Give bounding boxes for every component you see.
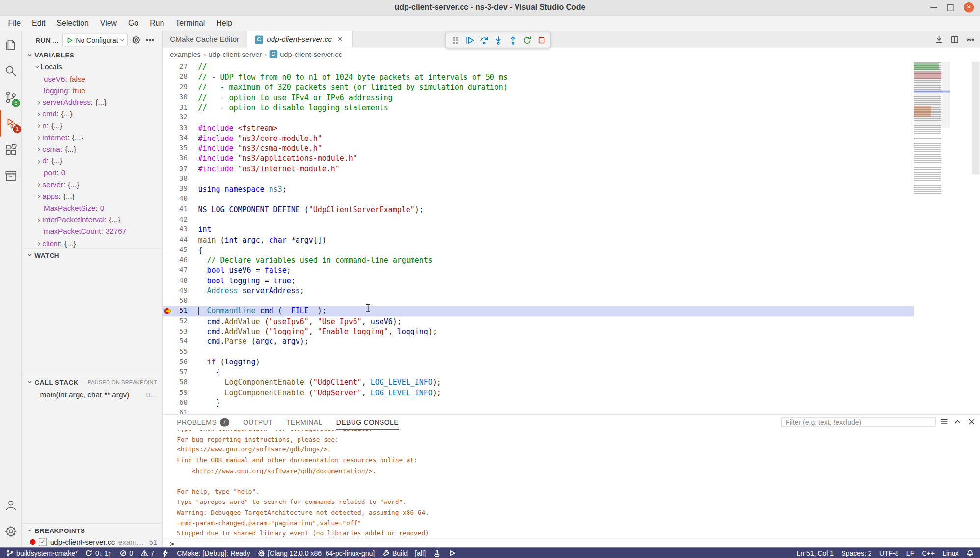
activity-account[interactable]	[0, 492, 22, 518]
line-number[interactable]: 31	[163, 103, 195, 113]
status-linux[interactable]: Linux	[939, 547, 963, 558]
code-line-28[interactable]: 28// - UDP flow from n0 to n1 of 1024 by…	[163, 72, 914, 83]
minimap[interactable]	[914, 62, 950, 195]
code-line-31[interactable]: 31// - option to disable logging stateme…	[163, 103, 914, 113]
line-number[interactable]: 45	[163, 245, 195, 255]
menu-edit[interactable]: Edit	[27, 16, 51, 31]
line-number[interactable]: 42	[163, 215, 195, 225]
variable-maxpacketcount[interactable]: maxPacketCount:32767	[22, 226, 162, 238]
line-number[interactable]: 43	[163, 225, 195, 235]
status-7[interactable]: 7	[137, 547, 158, 558]
code-line-60[interactable]: 60 }	[163, 398, 914, 408]
breadcrumb-item-file[interactable]: udp-client-server.cc	[280, 51, 342, 58]
stop-icon[interactable]	[535, 34, 547, 46]
line-number[interactable]: 49	[163, 286, 195, 296]
variable-serveraddress[interactable]: serverAddress:{...}	[22, 97, 162, 109]
line-number[interactable]: 27	[163, 62, 195, 72]
code-line-38[interactable]: 38	[163, 174, 914, 184]
tab-cmake-cache-editor[interactable]: CMake Cache Editor	[163, 31, 247, 48]
tab-udp-client-server[interactable]: C udp-client-server.cc	[247, 31, 353, 48]
save-all-icon[interactable]	[934, 35, 944, 44]
line-number[interactable]: 38	[163, 174, 195, 184]
code-line-32[interactable]: 32	[163, 113, 914, 123]
status-cmake-debug-ready[interactable]: CMake: [Debug]: Ready	[173, 547, 254, 558]
variable-interpacketinterval[interactable]: interPacketInterval:{...}	[22, 214, 162, 226]
stack-frame-main[interactable]: main(int argc, char ** argv) u…	[22, 389, 162, 400]
line-number[interactable]: 52	[163, 316, 195, 327]
line-number[interactable]: 44	[163, 235, 195, 245]
code-line-52[interactable]: 52 cmd.AddValue ("useIpv6", "Use Ipv6", …	[163, 316, 914, 327]
variable-csma[interactable]: csma:{...}	[22, 143, 162, 155]
status-beaker[interactable]	[430, 547, 445, 558]
code-line-40[interactable]: 40	[163, 194, 914, 204]
line-number[interactable]: 28	[163, 72, 195, 83]
line-number[interactable]: 39	[163, 184, 195, 195]
line-number[interactable]: 60	[163, 398, 195, 408]
code-line-39[interactable]: 39using namespace ns3;	[163, 184, 914, 195]
line-number[interactable]: 46	[163, 255, 195, 266]
launch-config-dropdown[interactable]: No Configurat	[63, 34, 128, 46]
code-line-27[interactable]: 27//	[163, 62, 914, 72]
code-line-54[interactable]: 54 cmd.Parse (argc, argv);	[163, 336, 914, 347]
chevron-up-icon[interactable]	[953, 417, 962, 426]
line-number[interactable]: 36	[163, 154, 195, 164]
line-number[interactable]: 55	[163, 347, 195, 357]
code-line-61[interactable]: 61	[163, 408, 914, 414]
code-line-48[interactable]: 48 bool logging = true;	[163, 276, 914, 286]
code-line-57[interactable]: 57 {	[163, 367, 914, 378]
activity-search[interactable]	[0, 57, 22, 84]
gear-icon[interactable]	[131, 35, 141, 45]
step-over-icon[interactable]	[478, 34, 490, 46]
continue-icon[interactable]	[463, 34, 475, 46]
code-line-53[interactable]: 53 cmd.AddValue ("logging", "Enable logg…	[163, 327, 914, 337]
scope-locals[interactable]: Locals	[22, 61, 162, 73]
panel-tab-debug-console[interactable]: DEBUG CONSOLE	[336, 415, 399, 430]
variables-section-header[interactable]: VARIABLES	[22, 49, 162, 61]
line-number[interactable]: 58	[163, 377, 195, 388]
line-number[interactable]: 57	[163, 367, 195, 378]
call-stack-section-header[interactable]: CALL STACK PAUSED ON BREAKPOINT	[22, 376, 162, 388]
debug-console-input[interactable]: >	[163, 539, 980, 548]
editor-scrollbar[interactable]	[971, 61, 980, 415]
variable-apps[interactable]: apps:{...}	[22, 191, 162, 202]
line-number[interactable]: 53	[163, 327, 195, 337]
variable-port[interactable]: port:0	[22, 167, 162, 179]
breakpoints-section-header[interactable]: BREAKPOINTS	[22, 524, 162, 536]
line-number[interactable]: 50	[163, 296, 195, 307]
watch-section-header[interactable]: WATCH	[22, 249, 162, 261]
restart-icon[interactable]	[520, 34, 533, 46]
menu-view[interactable]: View	[94, 16, 122, 31]
close-icon[interactable]	[967, 417, 976, 426]
code-line-37[interactable]: 37#include "ns3/internet-module.h"	[163, 164, 914, 174]
code-line-49[interactable]: 49 Address serverAddress;	[163, 286, 914, 296]
panel-tab-problems[interactable]: PROBLEMS7	[177, 415, 229, 430]
line-number[interactable]: 40	[163, 194, 195, 204]
code-line-45[interactable]: 45{	[163, 245, 914, 255]
code-line-35[interactable]: 35#include "ns3/csma-module.h"	[163, 143, 914, 154]
menu-file[interactable]: File	[2, 16, 27, 31]
activity-settings[interactable]	[0, 518, 22, 544]
close-icon[interactable]	[964, 2, 974, 12]
menu-go[interactable]: Go	[123, 16, 144, 31]
status-lf[interactable]: LF	[902, 547, 918, 558]
menu-help[interactable]: Help	[211, 16, 238, 31]
variable-cmd[interactable]: cmd:{...}	[22, 109, 162, 120]
menu-run[interactable]: Run	[144, 16, 170, 31]
code-line-29[interactable]: 29// - maximum of 320 packets sent (or l…	[163, 83, 914, 93]
breadcrumb-item-folder[interactable]: udp-client-server	[208, 51, 262, 58]
code-area[interactable]: 27//28// - UDP flow from n0 to n1 of 102…	[163, 61, 980, 415]
close-tab-icon[interactable]	[336, 35, 345, 44]
status-build[interactable]: Build	[379, 547, 411, 558]
line-number[interactable]: 35	[163, 143, 195, 154]
status-bolt[interactable]	[158, 547, 173, 558]
breadcrumb-item-examples[interactable]: examples	[170, 51, 201, 58]
step-into-icon[interactable]	[492, 34, 504, 46]
line-number[interactable]: 56	[163, 357, 195, 367]
variable-maxpacketsize[interactable]: MaxPacketSize:0	[22, 202, 162, 214]
line-number[interactable]: 47	[163, 265, 195, 276]
status-bell[interactable]	[962, 547, 978, 558]
status-0[interactable]: 0	[115, 547, 136, 558]
console-filter-input[interactable]	[781, 417, 935, 427]
code-line-47[interactable]: 47 bool useV6 = false;	[163, 265, 914, 276]
panel-tab-terminal[interactable]: TERMINAL	[286, 415, 323, 430]
